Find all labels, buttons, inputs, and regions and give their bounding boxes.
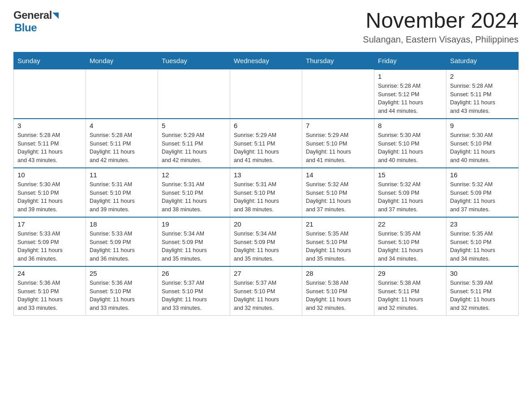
- day-number: 6: [234, 122, 298, 129]
- day-info: Sunrise: 5:28 AM Sunset: 5:11 PM Dayligh…: [17, 131, 82, 165]
- calendar-cell: 24Sunrise: 5:36 AM Sunset: 5:10 PM Dayli…: [14, 266, 86, 316]
- svg-marker-0: [52, 13, 59, 19]
- day-info: Sunrise: 5:36 AM Sunset: 5:10 PM Dayligh…: [17, 279, 82, 313]
- calendar-cell: 4Sunrise: 5:28 AM Sunset: 5:11 PM Daylig…: [86, 119, 158, 168]
- day-info: Sunrise: 5:29 AM Sunset: 5:10 PM Dayligh…: [306, 131, 370, 165]
- day-number: 9: [450, 122, 515, 129]
- day-info: Sunrise: 5:28 AM Sunset: 5:11 PM Dayligh…: [450, 82, 515, 116]
- col-header-sunday: Sunday: [14, 52, 86, 69]
- day-number: 20: [234, 220, 298, 228]
- col-header-saturday: Saturday: [446, 52, 519, 69]
- calendar-header-row: SundayMondayTuesdayWednesdayThursdayFrid…: [14, 52, 519, 69]
- calendar-cell: 3Sunrise: 5:28 AM Sunset: 5:11 PM Daylig…: [14, 119, 86, 168]
- calendar-week-row: 10Sunrise: 5:30 AM Sunset: 5:10 PM Dayli…: [14, 168, 519, 217]
- calendar-cell: [158, 69, 230, 119]
- logo-blue-text: Blue: [14, 21, 37, 34]
- calendar-cell: [302, 69, 374, 119]
- day-info: Sunrise: 5:31 AM Sunset: 5:10 PM Dayligh…: [162, 180, 226, 214]
- title-section: November 2024 Sulangan, Eastern Visayas,…: [363, 9, 519, 45]
- day-number: 26: [162, 270, 226, 277]
- calendar-cell: 11Sunrise: 5:31 AM Sunset: 5:10 PM Dayli…: [86, 168, 158, 217]
- calendar-cell: 7Sunrise: 5:29 AM Sunset: 5:10 PM Daylig…: [302, 119, 374, 168]
- day-info: Sunrise: 5:30 AM Sunset: 5:10 PM Dayligh…: [378, 131, 442, 165]
- day-info: Sunrise: 5:35 AM Sunset: 5:10 PM Dayligh…: [378, 230, 442, 263]
- day-info: Sunrise: 5:37 AM Sunset: 5:10 PM Dayligh…: [234, 279, 298, 313]
- calendar-table: SundayMondayTuesdayWednesdayThursdayFrid…: [13, 52, 519, 316]
- day-info: Sunrise: 5:35 AM Sunset: 5:10 PM Dayligh…: [450, 230, 515, 263]
- day-number: 2: [450, 73, 515, 80]
- day-info: Sunrise: 5:36 AM Sunset: 5:10 PM Dayligh…: [90, 279, 154, 313]
- day-number: 30: [450, 270, 515, 277]
- day-info: Sunrise: 5:38 AM Sunset: 5:10 PM Dayligh…: [306, 279, 370, 313]
- col-header-tuesday: Tuesday: [158, 52, 230, 69]
- day-info: Sunrise: 5:38 AM Sunset: 5:11 PM Dayligh…: [378, 279, 442, 313]
- day-info: Sunrise: 5:28 AM Sunset: 5:12 PM Dayligh…: [378, 82, 442, 116]
- day-number: 27: [234, 270, 298, 277]
- calendar-cell: [14, 69, 86, 119]
- day-number: 17: [17, 220, 82, 228]
- calendar-cell: 8Sunrise: 5:30 AM Sunset: 5:10 PM Daylig…: [374, 119, 446, 168]
- day-number: 5: [162, 122, 226, 129]
- calendar-cell: 9Sunrise: 5:30 AM Sunset: 5:10 PM Daylig…: [446, 119, 519, 168]
- day-number: 12: [162, 171, 226, 179]
- calendar-cell: 17Sunrise: 5:33 AM Sunset: 5:09 PM Dayli…: [14, 217, 86, 266]
- calendar-cell: 30Sunrise: 5:39 AM Sunset: 5:11 PM Dayli…: [446, 266, 519, 316]
- calendar-week-row: 1Sunrise: 5:28 AM Sunset: 5:12 PM Daylig…: [14, 69, 519, 119]
- calendar-cell: 12Sunrise: 5:31 AM Sunset: 5:10 PM Dayli…: [158, 168, 230, 217]
- day-info: Sunrise: 5:33 AM Sunset: 5:09 PM Dayligh…: [17, 230, 82, 263]
- calendar-cell: [230, 69, 302, 119]
- day-number: 3: [17, 122, 82, 129]
- day-info: Sunrise: 5:39 AM Sunset: 5:11 PM Dayligh…: [450, 279, 515, 313]
- calendar-cell: 15Sunrise: 5:32 AM Sunset: 5:09 PM Dayli…: [374, 168, 446, 217]
- main-title: November 2024: [363, 9, 519, 33]
- day-info: Sunrise: 5:33 AM Sunset: 5:09 PM Dayligh…: [90, 230, 154, 263]
- day-number: 16: [450, 171, 515, 179]
- calendar-cell: [86, 69, 158, 119]
- calendar-week-row: 3Sunrise: 5:28 AM Sunset: 5:11 PM Daylig…: [14, 119, 519, 168]
- calendar-cell: 14Sunrise: 5:32 AM Sunset: 5:10 PM Dayli…: [302, 168, 374, 217]
- col-header-monday: Monday: [86, 52, 158, 69]
- day-number: 4: [90, 122, 154, 129]
- calendar-week-row: 17Sunrise: 5:33 AM Sunset: 5:09 PM Dayli…: [14, 217, 519, 266]
- day-info: Sunrise: 5:34 AM Sunset: 5:09 PM Dayligh…: [234, 230, 298, 263]
- day-number: 19: [162, 220, 226, 228]
- calendar-cell: 10Sunrise: 5:30 AM Sunset: 5:10 PM Dayli…: [14, 168, 86, 217]
- day-info: Sunrise: 5:30 AM Sunset: 5:10 PM Dayligh…: [17, 180, 82, 214]
- day-number: 28: [306, 270, 370, 277]
- calendar-cell: 13Sunrise: 5:31 AM Sunset: 5:10 PM Dayli…: [230, 168, 302, 217]
- day-number: 21: [306, 220, 370, 228]
- col-header-wednesday: Wednesday: [230, 52, 302, 69]
- day-number: 29: [378, 270, 442, 277]
- calendar-week-row: 24Sunrise: 5:36 AM Sunset: 5:10 PM Dayli…: [14, 266, 519, 316]
- calendar-cell: 23Sunrise: 5:35 AM Sunset: 5:10 PM Dayli…: [446, 217, 519, 266]
- day-info: Sunrise: 5:37 AM Sunset: 5:10 PM Dayligh…: [162, 279, 226, 313]
- day-info: Sunrise: 5:34 AM Sunset: 5:09 PM Dayligh…: [162, 230, 226, 263]
- day-number: 13: [234, 171, 298, 179]
- logo-general-text: General: [13, 9, 52, 21]
- calendar-cell: 29Sunrise: 5:38 AM Sunset: 5:11 PM Dayli…: [374, 266, 446, 316]
- calendar-cell: 27Sunrise: 5:37 AM Sunset: 5:10 PM Dayli…: [230, 266, 302, 316]
- logo-arrow-icon: [52, 13, 59, 19]
- calendar-cell: 28Sunrise: 5:38 AM Sunset: 5:10 PM Dayli…: [302, 266, 374, 316]
- day-number: 23: [450, 220, 515, 228]
- calendar-cell: 2Sunrise: 5:28 AM Sunset: 5:11 PM Daylig…: [446, 69, 519, 119]
- day-number: 7: [306, 122, 370, 129]
- calendar-cell: 22Sunrise: 5:35 AM Sunset: 5:10 PM Dayli…: [374, 217, 446, 266]
- day-number: 15: [378, 171, 442, 179]
- calendar-cell: 1Sunrise: 5:28 AM Sunset: 5:12 PM Daylig…: [374, 69, 446, 119]
- calendar-cell: 26Sunrise: 5:37 AM Sunset: 5:10 PM Dayli…: [158, 266, 230, 316]
- day-number: 24: [17, 270, 82, 277]
- page-header: General Blue November 2024 Sulangan, Eas…: [13, 9, 519, 45]
- day-info: Sunrise: 5:31 AM Sunset: 5:10 PM Dayligh…: [234, 180, 298, 214]
- day-number: 14: [306, 171, 370, 179]
- subtitle: Sulangan, Eastern Visayas, Philippines: [363, 34, 519, 45]
- day-number: 10: [17, 171, 82, 179]
- calendar-cell: 6Sunrise: 5:29 AM Sunset: 5:11 PM Daylig…: [230, 119, 302, 168]
- day-number: 18: [90, 220, 154, 228]
- calendar-cell: 19Sunrise: 5:34 AM Sunset: 5:09 PM Dayli…: [158, 217, 230, 266]
- calendar-cell: 16Sunrise: 5:32 AM Sunset: 5:09 PM Dayli…: [446, 168, 519, 217]
- day-info: Sunrise: 5:29 AM Sunset: 5:11 PM Dayligh…: [162, 131, 226, 165]
- day-info: Sunrise: 5:29 AM Sunset: 5:11 PM Dayligh…: [234, 131, 298, 165]
- day-info: Sunrise: 5:28 AM Sunset: 5:11 PM Dayligh…: [90, 131, 154, 165]
- calendar-cell: 5Sunrise: 5:29 AM Sunset: 5:11 PM Daylig…: [158, 119, 230, 168]
